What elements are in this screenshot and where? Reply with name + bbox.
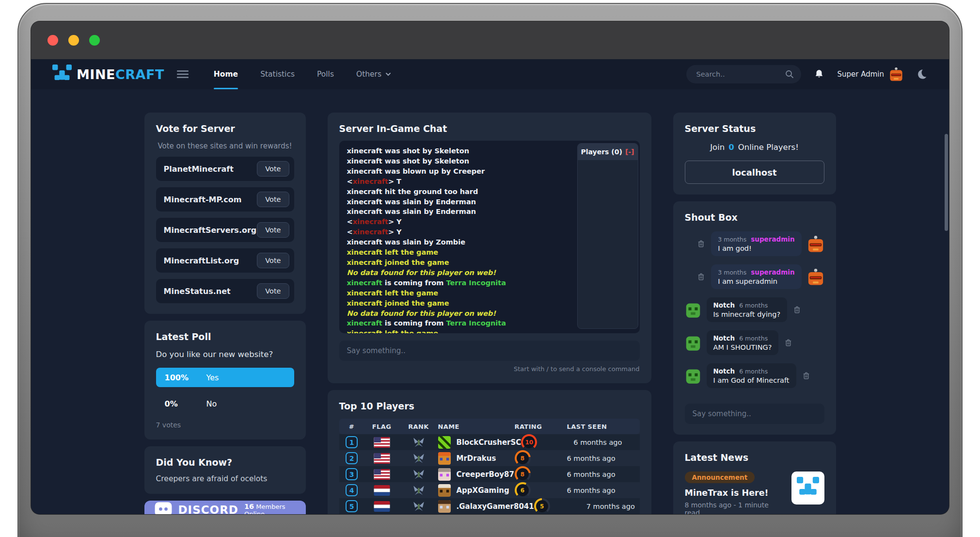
shout-message: 3 monthssuperadminI am superadmin — [685, 264, 824, 289]
top-players-card: Top 10 Players #FLAGRANKNAMERATINGLAST S… — [328, 390, 651, 514]
rating-gauge: 8 — [515, 466, 531, 482]
poll-percent: 0% — [156, 399, 196, 408]
player-rank-cell: 4 — [339, 484, 364, 496]
nl-flag-icon — [374, 501, 390, 512]
poll-option[interactable]: 100%Yes — [156, 368, 294, 387]
player-avatar — [438, 436, 451, 449]
brand-part2: CRAFT — [115, 67, 164, 82]
player-flag-cell — [364, 501, 399, 512]
server-status-title: Server Status — [685, 123, 824, 134]
trash-icon[interactable] — [802, 371, 811, 380]
trash-icon[interactable] — [784, 338, 793, 347]
shout-message: Notch6 monthsI am God of Minecraft — [685, 363, 824, 388]
minimize-button[interactable] — [68, 35, 79, 46]
close-button[interactable] — [47, 35, 58, 46]
rating-value: 10 — [523, 436, 535, 448]
search-input[interactable] — [695, 70, 785, 79]
nav-item-polls[interactable]: Polls — [317, 59, 334, 89]
shout-input[interactable] — [685, 404, 824, 424]
nav-item-label: Statistics — [260, 70, 295, 79]
column-header-last-seen: LAST SEEN — [567, 423, 640, 430]
poll-title: Latest Poll — [156, 331, 294, 342]
user-menu[interactable]: Super Admin — [837, 67, 903, 81]
nav-item-statistics[interactable]: Statistics — [260, 59, 295, 89]
player-name-cell: BlockCrusherSC — [438, 436, 522, 449]
trash-icon[interactable] — [792, 305, 802, 314]
column-header-rating: RATING — [515, 423, 567, 430]
player-flag-cell — [364, 437, 399, 448]
server-address[interactable]: localhost — [685, 161, 824, 184]
players-collapse-toggle[interactable]: [-] — [625, 148, 634, 156]
dark-mode-moon-icon[interactable] — [916, 68, 928, 80]
player-row[interactable]: 3CreeperBoy8786 months ago — [339, 466, 640, 482]
shout-author: superadmin — [751, 268, 794, 276]
us-flag-icon — [374, 469, 390, 480]
chat-input[interactable] — [339, 341, 640, 361]
shout-meta: 3 monthssuperadmin — [718, 235, 794, 243]
maximize-button[interactable] — [89, 35, 100, 46]
browser-window: MINECRAFT HomeStatisticsPollsOthers Supe… — [31, 21, 949, 514]
shout-text: I am God of Minecraft — [713, 376, 790, 384]
search-icon[interactable] — [785, 69, 794, 79]
player-rank-icon-cell — [399, 501, 438, 512]
nav-item-home[interactable]: Home — [214, 59, 238, 89]
join-line: Join 0 Online Players! — [685, 143, 824, 152]
navbar-right: Super Admin — [686, 65, 928, 83]
discord-members-online: 16 Members Online — [244, 503, 296, 515]
navbar: MINECRAFT HomeStatisticsPollsOthers Supe… — [31, 59, 949, 89]
rating-value: 8 — [517, 452, 529, 464]
vote-button[interactable]: Vote — [257, 161, 289, 177]
trash-icon[interactable] — [696, 272, 706, 281]
rank-emblem-icon — [413, 437, 425, 448]
brand[interactable]: MINECRAFT — [52, 65, 164, 84]
player-row[interactable]: 4AppXGaming66 months ago — [339, 482, 640, 498]
vote-site-row: MinecraftList.orgVote — [156, 248, 294, 273]
rating-gauge: 8 — [515, 450, 531, 466]
rating-gauge: 6 — [515, 482, 531, 498]
player-row[interactable]: 2MrDrakus86 months ago — [339, 450, 640, 466]
nav-item-others[interactable]: Others — [356, 59, 391, 89]
vote-site-row: Minecraft-MP.comVote — [156, 187, 294, 212]
chat-title: Server In-Game Chat — [339, 123, 640, 134]
shout-message: 3 monthssuperadminI am god! — [685, 231, 824, 256]
page-content: Vote for Server Vote on these sites and … — [31, 89, 949, 514]
player-avatar — [438, 452, 451, 465]
shout-meta: Notch6 months — [713, 301, 781, 309]
vote-button[interactable]: Vote — [257, 283, 289, 299]
hamburger-menu-icon[interactable] — [177, 70, 189, 79]
player-row[interactable]: 1BlockCrusherSC106 months ago — [339, 434, 640, 450]
chat-console-hint: Start with / to send a console command — [339, 365, 640, 373]
player-name: AppXGaming — [457, 486, 509, 495]
shout-bubble: 3 monthssuperadminI am god! — [711, 231, 801, 256]
player-rank-badge: 5 — [346, 500, 358, 512]
left-column: Vote for Server Vote on these sites and … — [144, 113, 306, 514]
shout-bubble: Notch6 monthsAM I SHOUTING? — [707, 330, 779, 355]
poll-label: Yes — [206, 373, 219, 382]
news-item[interactable]: AnnouncementMineTrax is Here!8 months ag… — [685, 472, 824, 514]
trash-icon[interactable] — [696, 239, 706, 248]
player-rank-badge: 3 — [346, 468, 358, 480]
join-prefix: Join — [710, 143, 725, 152]
notifications-bell-icon[interactable] — [814, 69, 824, 80]
vote-button[interactable]: Vote — [257, 192, 289, 207]
vote-button[interactable]: Vote — [257, 253, 289, 268]
scrollbar-thumb[interactable] — [945, 134, 948, 231]
rating-value: 5 — [536, 500, 548, 512]
chat-line: xinecraft left the game — [347, 328, 632, 333]
player-row[interactable]: 5.GalaxyGamer804157 months ago — [339, 498, 640, 514]
news-list: AnnouncementMineTrax is Here!8 months ag… — [685, 472, 824, 514]
player-last-seen: 7 months ago — [586, 503, 659, 510]
player-rank-cell: 1 — [339, 436, 364, 448]
poll-option[interactable]: 0%No — [156, 394, 294, 413]
nav-item-label: Others — [356, 70, 381, 79]
discord-banner[interactable]: DISCORD 16 Members Online — [144, 501, 306, 514]
nl-flag-icon — [374, 485, 390, 496]
player-name-cell: CreeperBoy87 — [438, 468, 515, 481]
vote-button[interactable]: Vote — [257, 222, 289, 238]
top-players-body: 1BlockCrusherSC106 months ago2MrDrakus86… — [339, 434, 640, 514]
player-avatar — [438, 468, 451, 481]
us-flag-icon — [374, 453, 390, 464]
notch-avatar — [685, 335, 701, 351]
shout-meta: 3 monthssuperadmin — [718, 268, 794, 276]
vote-site-name: MinecraftServers.org — [164, 226, 257, 235]
